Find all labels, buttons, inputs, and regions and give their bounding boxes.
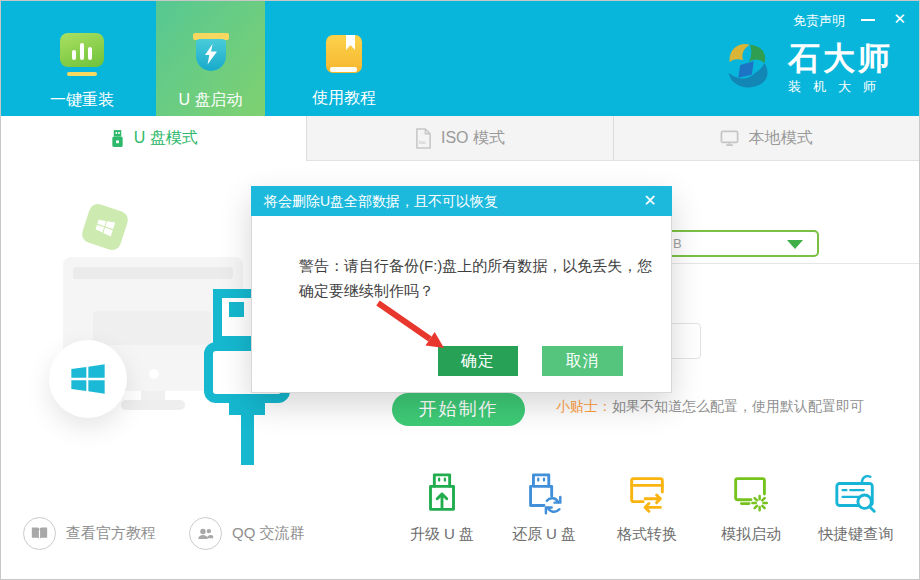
official-tutorial-link[interactable]: 查看官方教程 (23, 517, 156, 550)
brand-logo: 石大师 装机大师 (716, 37, 893, 99)
usb-illustration-contact (229, 302, 244, 317)
tool-label: 还原 U 盘 (512, 525, 576, 544)
tab-iso-mode[interactable]: iso ISO 模式 (306, 116, 612, 161)
bar-chart-icon (60, 33, 104, 79)
nav-tab-tutorial[interactable]: 使用教程 (285, 1, 403, 116)
nav-tab-label: 使用教程 (312, 88, 376, 109)
hotkey-query-icon (833, 471, 879, 517)
dialog-titlebar: 将会删除U盘全部数据，且不可以恢复 ✕ (251, 186, 672, 216)
windows-flag-icon (49, 340, 127, 418)
iso-file-icon: iso (415, 128, 432, 149)
confirm-button[interactable]: 确定 (438, 346, 518, 376)
monitor-stand (141, 391, 165, 400)
simulate-boot-icon (728, 471, 774, 517)
minimize-button[interactable] (861, 19, 875, 21)
windows-logo-tile-icon (80, 202, 130, 252)
header-bar: 一键重装 U 盘启动 使用教程 免责声明 ✕ (1, 1, 919, 116)
tab-label: U 盘模式 (134, 128, 198, 149)
usb-restore-icon (521, 471, 567, 517)
usb-upgrade-icon (419, 471, 465, 517)
brand-subtitle: 装机大师 (788, 78, 893, 96)
monitor-icon (720, 129, 740, 148)
tab-local-mode[interactable]: 本地模式 (613, 116, 919, 161)
usb-illustration-connector (229, 399, 265, 415)
tool-restore-usb[interactable]: 还原 U 盘 (495, 471, 593, 544)
svg-text:iso: iso (419, 139, 426, 145)
nav-tab-label: U 盘启动 (179, 90, 243, 111)
mode-tabs: U 盘模式 iso ISO 模式 本地模式 (1, 116, 919, 161)
dialog-message: 警告：请自行备份(F:)盘上的所有数据，以免丢失，您确定要继续制作吗？ (299, 253, 657, 303)
qq-group-link[interactable]: QQ 交流群 (189, 517, 305, 550)
dialog-title: 将会删除U盘全部数据，且不可以恢复 (264, 193, 498, 209)
device-dropdown-text: B (673, 236, 682, 251)
book-icon (325, 33, 363, 77)
disclaimer-link[interactable]: 免责声明 (793, 12, 845, 30)
tab-usb-mode[interactable]: U 盘模式 (1, 116, 306, 161)
brand-title: 石大师 (788, 41, 893, 75)
tool-simulate-boot[interactable]: 模拟启动 (702, 471, 800, 544)
monitor-base (121, 400, 185, 410)
brand-logo-icon (716, 37, 778, 99)
tip-text: 小贴士：如果不知道怎么配置，使用默认配置即可 (556, 398, 864, 416)
format-convert-icon (624, 471, 670, 517)
people-icon (189, 517, 222, 550)
tool-label: 模拟启动 (721, 525, 781, 544)
tab-label: ISO 模式 (441, 128, 505, 149)
nav-tab-one-key-reinstall[interactable]: 一键重装 (21, 1, 143, 116)
start-make-button[interactable]: 开始制作 (392, 393, 525, 426)
tool-hotkey-query[interactable]: 快捷键查询 (807, 471, 905, 544)
tab-label: 本地模式 (749, 128, 813, 149)
dialog-body: 警告：请自行备份(F:)盘上的所有数据，以免丢失，您确定要继续制作吗？ 确定 取… (251, 216, 672, 393)
shield-lightning-icon (191, 33, 231, 79)
close-button[interactable]: ✕ (893, 10, 906, 28)
cancel-button[interactable]: 取消 (542, 346, 623, 376)
dialog-close-icon[interactable]: ✕ (638, 186, 662, 216)
tool-upgrade-usb[interactable]: 升级 U 盘 (393, 471, 491, 544)
app-window: 一键重装 U 盘启动 使用教程 免责声明 ✕ (0, 0, 920, 580)
link-label: 查看官方教程 (66, 524, 156, 543)
book-outline-icon (23, 517, 56, 550)
tool-format-convert[interactable]: 格式转换 (598, 471, 696, 544)
tool-label: 格式转换 (617, 525, 677, 544)
tool-label: 快捷键查询 (819, 525, 894, 544)
tip-label: 小贴士： (556, 398, 612, 414)
nav-tab-usb-boot[interactable]: U 盘启动 (156, 1, 265, 116)
usb-drive-icon (110, 129, 125, 149)
nav-tab-label: 一键重装 (50, 90, 114, 111)
link-label: QQ 交流群 (232, 524, 305, 543)
usb-illustration-cable (241, 415, 254, 465)
tool-label: 升级 U 盘 (410, 525, 474, 544)
warning-dialog: 将会删除U盘全部数据，且不可以恢复 ✕ 警告：请自行备份(F:)盘上的所有数据，… (251, 186, 672, 393)
chevron-down-icon (787, 240, 803, 249)
